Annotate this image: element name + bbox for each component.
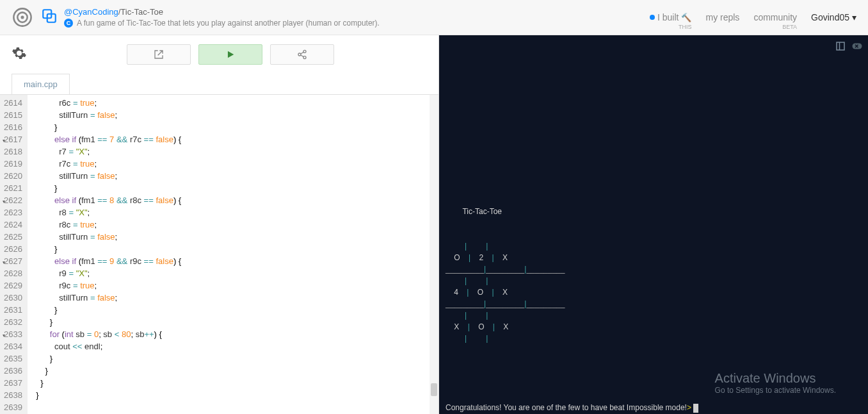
nav: I built 🔨 THIS my repls community BETA G… <box>650 12 856 22</box>
terminal-output: Tic-Tac-Toe | | O | 2 | X _________|____… <box>439 35 868 414</box>
file-tabs: main.cpp <box>0 74 438 94</box>
popout-icon[interactable] <box>835 40 846 54</box>
repl-description: C A fun game of Tic-Tac-Toe that lets yo… <box>64 19 650 28</box>
line-gutter: 2614261526162617▾26182619262026212622▾26… <box>0 95 28 414</box>
repl-author[interactable]: @CyanCoding <box>64 7 118 17</box>
chevron-down-icon: ▾ <box>852 12 856 22</box>
nav-community[interactable]: community BETA <box>753 12 797 22</box>
hammer-icon: 🔨 <box>681 13 691 22</box>
nav-myrepls[interactable]: my repls <box>705 12 739 22</box>
share-button[interactable] <box>270 44 334 65</box>
repl-name: /Tic-Tac-Toe <box>118 7 163 17</box>
lang-icon: C <box>64 19 73 28</box>
replit-logo[interactable] <box>12 6 33 28</box>
description-text: A fun game of Tic-Tac-Toe that lets you … <box>77 19 380 28</box>
main: main.cpp 2614261526162617▾26182619262026… <box>0 35 868 414</box>
repl-title[interactable]: @CyanCoding/Tic-Tac-Toe <box>64 7 650 17</box>
svg-point-6 <box>298 53 301 56</box>
clear-icon[interactable] <box>851 40 863 54</box>
repl-info: @CyanCoding/Tic-Tac-Toe C A fun game of … <box>64 7 650 28</box>
code-area[interactable]: r6c = true; stillTurn = false; } else if… <box>28 95 430 414</box>
editor-pane: main.cpp 2614261526162617▾26182619262026… <box>0 35 439 414</box>
svg-point-2 <box>20 15 24 19</box>
toolbar <box>0 35 438 74</box>
nav-ibuilt[interactable]: I built 🔨 THIS <box>650 12 691 22</box>
user-menu[interactable]: Govind05 ▾ <box>811 12 856 22</box>
fork-icon[interactable] <box>41 8 58 27</box>
header: @CyanCoding/Tic-Tac-Toe C A fun game of … <box>0 0 868 35</box>
terminal-pane[interactable]: Tic-Tac-Toe | | O | 2 | X _________|____… <box>439 35 868 414</box>
open-button[interactable] <box>127 44 191 65</box>
built-dot-icon <box>650 15 655 20</box>
terminal-tools <box>835 40 863 54</box>
gear-icon[interactable] <box>12 46 27 63</box>
code-editor[interactable]: 2614261526162617▾26182619262026212622▾26… <box>0 94 438 414</box>
svg-point-7 <box>303 56 306 59</box>
svg-rect-8 <box>837 42 844 50</box>
tab-main-cpp[interactable]: main.cpp <box>12 74 70 94</box>
editor-scrollbar[interactable] <box>430 95 438 414</box>
scrollbar-thumb[interactable] <box>431 383 437 396</box>
run-button[interactable] <box>198 44 262 65</box>
svg-point-5 <box>303 50 306 53</box>
